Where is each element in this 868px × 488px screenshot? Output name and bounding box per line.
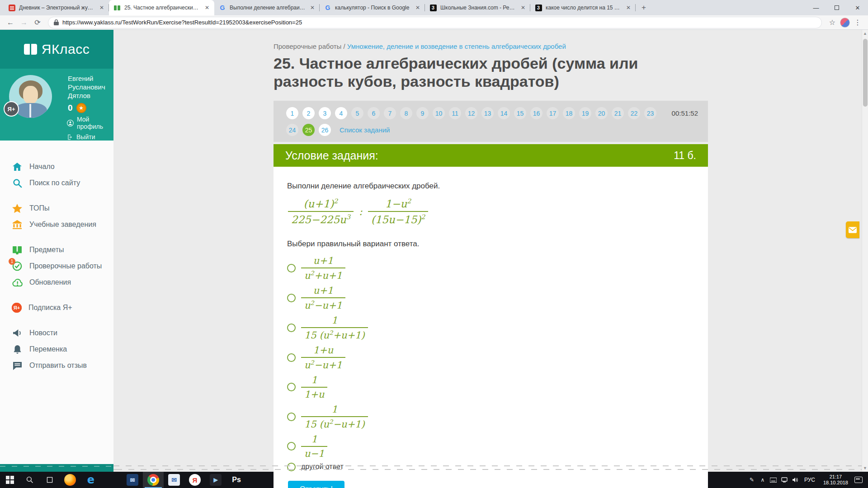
exercise-pill-7[interactable]: 7 [384,107,396,119]
sidebar-item-топы[interactable]: ТОПы [0,200,113,216]
tab-close-icon[interactable]: ✕ [203,4,211,11]
tray-network-icon[interactable] [779,472,790,488]
answer-option-3[interactable]: 115 (u2+u+1) [287,314,694,341]
radio-button[interactable] [287,383,296,391]
back-icon[interactable]: ← [5,17,16,28]
submit-answer-button[interactable]: Ответить! [288,481,344,488]
close-icon[interactable]: ✕ [847,0,868,15]
exercise-pill-9[interactable]: 9 [416,107,429,119]
exercise-pill-3[interactable]: 3 [319,107,331,119]
answer-option-7[interactable]: 1u−1 [287,433,694,460]
exercise-pill-19[interactable]: 19 [579,107,591,119]
tray-pen-icon[interactable]: ✎ [746,472,757,488]
exercise-pill-21[interactable]: 21 [612,107,624,119]
breadcrumb-root-link[interactable]: Проверочные работы [274,42,341,50]
taskbar-app-photoshop-icon[interactable]: Ps [226,472,247,488]
radio-button[interactable] [287,324,296,332]
answer-option-8[interactable]: другой ответ [287,463,694,471]
browser-tab[interactable]: GВыполни деление алгебраичес✕ [214,0,320,15]
sidebar-item-начало[interactable]: Начало [0,159,113,175]
tab-close-icon[interactable]: ✕ [98,4,105,11]
exercise-pill-16[interactable]: 16 [530,107,542,119]
tab-close-icon[interactable]: ✕ [625,4,632,11]
answer-option-1[interactable]: u+1u2+u+1 [287,255,694,282]
exercise-pill-15[interactable]: 15 [514,107,526,119]
tray-keyboard-icon[interactable] [768,472,779,488]
exercise-pill-20[interactable]: 20 [595,107,608,119]
action-center-icon[interactable] [854,477,863,483]
breadcrumb-current-link[interactable]: Умножение, деление и возведение в степен… [347,42,566,50]
tray-language[interactable]: РУС [801,477,819,483]
tab-close-icon[interactable]: ✕ [519,4,527,11]
minimize-icon[interactable]: — [806,0,826,15]
radio-button[interactable] [287,442,296,450]
reload-icon[interactable]: ⟳ [32,17,43,28]
profile-icon[interactable] [840,18,850,28]
new-tab-button[interactable]: + [637,1,650,14]
sidebar-item-учебные-заведения[interactable]: Учебные заведения [0,216,113,233]
task-view-icon[interactable] [40,472,60,488]
sidebar-item-новости[interactable]: Новости [0,325,113,341]
taskbar-app-edge-icon[interactable]: e [80,472,101,488]
browser-tab[interactable]: 25. Частное алгебраических др✕ [109,0,214,15]
browser-tab[interactable]: ЗШкольные Знания.com - Решае✕ [425,0,530,15]
browser-tab[interactable]: Gкалькулятор - Поиск в Google✕ [320,0,425,15]
exercise-pill-13[interactable]: 13 [481,107,494,119]
exercise-pill-8[interactable]: 8 [400,107,412,119]
taskbar-app-explorer-icon[interactable] [101,472,122,488]
logout-link[interactable]: Выйти [67,133,113,141]
exercise-pill-2[interactable]: 2 [302,107,315,119]
exercise-pill-23[interactable]: 23 [644,107,656,119]
taskbar-search-icon[interactable] [20,472,40,488]
radio-button[interactable] [287,353,296,362]
sidebar-item-поиск-по-сайту[interactable]: Поиск по сайту [0,175,113,191]
radio-button[interactable] [287,294,296,302]
scroll-down-icon[interactable]: ▼ [863,465,867,472]
tray-show-hidden-icon[interactable]: ∧ [757,472,768,488]
taskbar-app-mail-icon[interactable]: ✉ [122,472,143,488]
tab-close-icon[interactable]: ✕ [414,4,421,11]
answer-option-6[interactable]: 115 (u2−u+1) [287,404,694,430]
radio-button[interactable] [287,463,296,471]
exercise-pill-1[interactable]: 1 [286,107,298,119]
exercise-pill-11[interactable]: 11 [449,107,461,119]
tray-clock[interactable]: 21:17 18.10.2018 [819,474,853,486]
taskbar-app-chrome-icon[interactable] [143,472,164,488]
radio-button[interactable] [287,413,296,421]
windows-start-icon[interactable] [0,472,20,488]
answer-option-2[interactable]: u+1u2−u+1 [287,285,694,311]
exercise-pill-22[interactable]: 22 [628,107,640,119]
answer-option-4[interactable]: 1+uu2−u+1 [287,344,694,371]
forward-icon[interactable]: → [18,17,30,28]
exercise-pill-24[interactable]: 24 [286,124,298,136]
exercise-pill-25[interactable]: 25 [302,124,315,136]
maximize-icon[interactable] [826,0,847,15]
exercise-pill-10[interactable]: 10 [433,107,445,119]
exercise-pill-4[interactable]: 4 [335,107,347,119]
sidebar-item-подписка-я-[interactable]: Я+Подписка Я+ [0,300,113,316]
radio-button[interactable] [287,264,296,272]
sidebar-item-переменка[interactable]: Переменка [0,341,113,357]
taskbar-app-envelope-icon[interactable]: ✉ [164,472,184,488]
exercise-pill-17[interactable]: 17 [547,107,559,119]
task-list-link[interactable]: Список заданий [340,126,390,134]
sidebar-item-отправить-отзыв[interactable]: Отправить отзыв [0,357,113,374]
taskbar-app-player-icon[interactable]: ▶ [205,472,226,488]
exercise-pill-14[interactable]: 14 [498,107,510,119]
scroll-up-icon[interactable]: ▲ [863,30,867,37]
browser-tab[interactable]: Зкакое число делится на 15 и 21✕ [530,0,636,15]
my-profile-link[interactable]: Мой профиль [67,116,113,130]
scrollbar[interactable]: ▲ ▼ [862,30,868,472]
address-bar[interactable]: https://www.yaklass.ru/TestWorkRun/Exerc… [48,17,822,28]
scrollbar-thumb[interactable] [863,39,868,107]
star-icon[interactable]: ☆ [826,17,838,28]
browser-tab[interactable]: Дневник – Электронный журна✕ [4,0,109,15]
exercise-pill-5[interactable]: 5 [351,107,363,119]
exercise-pill-26[interactable]: 26 [319,124,331,136]
sidebar-item-предметы[interactable]: Предметы [0,242,113,258]
exercise-pill-12[interactable]: 12 [465,107,477,119]
feedback-tab[interactable] [846,221,859,238]
yaklass-logo[interactable]: ЯКласс [0,30,113,69]
exercise-pill-18[interactable]: 18 [563,107,575,119]
sidebar-item-обновления[interactable]: Обновления [0,274,113,291]
